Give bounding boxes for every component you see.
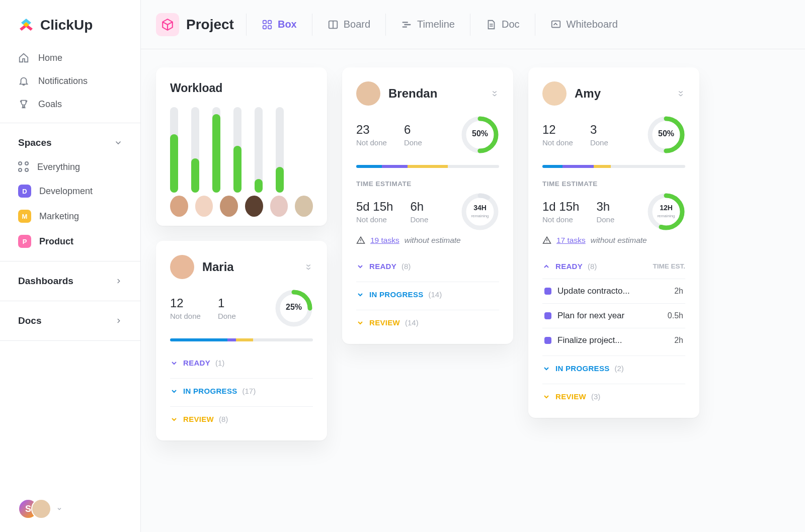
person-name: Maria bbox=[202, 260, 234, 274]
status-row-inprog[interactable]: IN PROGRESS (2) bbox=[542, 356, 685, 381]
chevron-icon bbox=[542, 393, 550, 401]
chevron-down-icon bbox=[114, 139, 122, 147]
te-not-done-value: 1d 15h bbox=[542, 200, 579, 214]
space-item-product[interactable]: PProduct bbox=[9, 229, 131, 254]
sidebar-section-docs[interactable]: Docs bbox=[0, 308, 140, 333]
workload-card: Workload bbox=[156, 67, 327, 226]
workload-bar bbox=[191, 107, 199, 193]
time-estimate-label: TIME ESTIMATE bbox=[542, 180, 685, 188]
person-name: Brendan bbox=[388, 86, 437, 101]
status-row-inprog[interactable]: IN PROGRESS (17) bbox=[170, 378, 313, 403]
status-row-ready[interactable]: READY (1) bbox=[170, 350, 313, 375]
status-name: READY bbox=[555, 262, 583, 271]
chevron-icon bbox=[542, 262, 550, 271]
progress-ring: 50% bbox=[461, 116, 499, 154]
space-item-development[interactable]: DDevelopment bbox=[9, 179, 131, 204]
workload-bar bbox=[212, 107, 220, 193]
avatar[interactable] bbox=[270, 196, 288, 217]
view-label: Board bbox=[344, 19, 370, 30]
task-time: 2h bbox=[674, 336, 683, 345]
task-row[interactable]: Plan for next year 0.5h bbox=[542, 303, 685, 328]
main: Project Box Board Timeline Doc Whiteboar… bbox=[141, 0, 805, 532]
spaces-header[interactable]: Spaces bbox=[0, 130, 140, 155]
warn-link[interactable]: 19 tasks bbox=[370, 236, 399, 245]
avatar[interactable] bbox=[220, 196, 238, 217]
chevron-icon bbox=[356, 262, 364, 271]
warning-icon bbox=[356, 236, 365, 245]
chevron-icon bbox=[170, 359, 178, 367]
task-row[interactable]: Finalize project... 2h bbox=[542, 328, 685, 352]
status-count: (8) bbox=[588, 262, 597, 271]
workload-bars bbox=[170, 107, 313, 193]
task-time: 2h bbox=[674, 287, 683, 296]
space-label: Everything bbox=[37, 162, 80, 172]
svg-text:12H: 12H bbox=[660, 204, 673, 212]
avatar[interactable] bbox=[295, 196, 313, 217]
view-tab-doc[interactable]: Doc bbox=[482, 17, 523, 32]
board-area: Workload Maria 12Not done 1Done 25% bbox=[141, 49, 805, 459]
task-title: Plan for next year bbox=[557, 311, 662, 321]
space-item-everything[interactable]: Everything bbox=[9, 155, 131, 179]
sidebar-section-dashboards[interactable]: Dashboards bbox=[0, 269, 140, 294]
project-chip[interactable]: Project bbox=[156, 13, 234, 36]
collapse-icon[interactable] bbox=[490, 89, 499, 98]
space-badge: M bbox=[18, 210, 31, 223]
svg-rect-2 bbox=[263, 25, 266, 28]
svg-point-16 bbox=[464, 196, 496, 228]
view-label: Timeline bbox=[417, 19, 455, 30]
status-row-review[interactable]: REVIEW (14) bbox=[356, 310, 499, 335]
logo[interactable]: ClickUp bbox=[0, 0, 140, 46]
status-row-review[interactable]: REVIEW (3) bbox=[542, 384, 685, 409]
svg-text:50%: 50% bbox=[472, 129, 488, 138]
view-tab-box[interactable]: Box bbox=[259, 17, 300, 32]
spaces-list: EverythingDDevelopmentMMarketingPProduct bbox=[0, 155, 140, 254]
svg-rect-3 bbox=[268, 25, 271, 28]
progress-segments bbox=[170, 338, 313, 341]
avatar[interactable] bbox=[170, 255, 194, 279]
avatar[interactable] bbox=[170, 196, 188, 217]
estimate-warning: 19 tasks without estimate bbox=[356, 236, 499, 245]
chevron-icon bbox=[356, 291, 364, 299]
status-row-inprog[interactable]: IN PROGRESS (14) bbox=[356, 282, 499, 307]
status-name: IN PROGRESS bbox=[183, 387, 237, 395]
chevron-icon bbox=[170, 387, 178, 395]
space-item-marketing[interactable]: MMarketing bbox=[9, 204, 131, 229]
status-count: (17) bbox=[243, 387, 256, 395]
view-tab-whiteboard[interactable]: Whiteboard bbox=[547, 17, 621, 32]
view-tab-board[interactable]: Board bbox=[325, 17, 373, 32]
nav-label: Home bbox=[38, 53, 62, 63]
trophy-icon bbox=[18, 99, 29, 110]
nav-primary: Home Notifications Goals bbox=[0, 46, 140, 116]
te-not-done-value: 5d 15h bbox=[356, 200, 393, 214]
status-count: (3) bbox=[591, 392, 600, 401]
status-row-ready[interactable]: READY (8) bbox=[356, 254, 499, 279]
collapse-icon[interactable] bbox=[304, 262, 313, 272]
nav-item-home[interactable]: Home bbox=[9, 46, 131, 69]
warn-link[interactable]: 17 tasks bbox=[556, 236, 586, 245]
time-ring: 34H remaining bbox=[461, 193, 499, 231]
status-name: IN PROGRESS bbox=[369, 290, 424, 299]
nav-item-notifications[interactable]: Notifications bbox=[9, 69, 131, 93]
collapse-icon[interactable] bbox=[676, 89, 685, 98]
avatar[interactable] bbox=[245, 196, 263, 217]
cube-icon bbox=[156, 13, 179, 36]
status-row-ready[interactable]: READY (8) TIME EST. bbox=[542, 254, 685, 279]
view-label: Whiteboard bbox=[567, 19, 618, 30]
view-tab-timeline[interactable]: Timeline bbox=[398, 17, 458, 32]
task-title: Update contracto... bbox=[557, 286, 668, 296]
user-switcher[interactable]: S bbox=[0, 486, 140, 532]
workload-title: Workload bbox=[170, 81, 313, 95]
space-badge: P bbox=[18, 235, 31, 248]
avatar[interactable] bbox=[542, 81, 567, 106]
avatar[interactable] bbox=[356, 81, 380, 106]
chevron-icon bbox=[542, 365, 550, 373]
workload-avatars bbox=[170, 196, 313, 217]
space-label: Development bbox=[39, 186, 93, 197]
nav-item-goals[interactable]: Goals bbox=[9, 93, 131, 116]
brand-name: ClickUp bbox=[40, 17, 93, 33]
status-row-review[interactable]: REVIEW (8) bbox=[170, 406, 313, 431]
avatar[interactable] bbox=[195, 196, 213, 217]
task-row[interactable]: Update contracto... 2h bbox=[542, 279, 685, 303]
sidebar: ClickUp Home Notifications Goals Spaces … bbox=[0, 0, 141, 532]
nav-label: Goals bbox=[38, 99, 62, 110]
